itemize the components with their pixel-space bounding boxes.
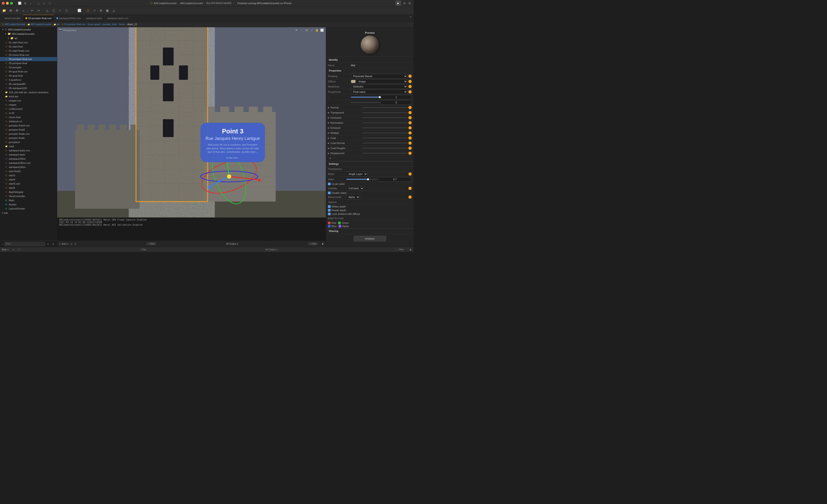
- select-icon[interactable]: ⤢: [92, 8, 97, 13]
- sidebar-item-info[interactable]: ℹ Info: [0, 211, 57, 215]
- value-slider-track[interactable]: [346, 179, 378, 180]
- alpha-checkbox[interactable]: ✓: [339, 225, 341, 228]
- lock-ambient-checkbox[interactable]: ✓: [328, 212, 331, 215]
- sidebar-item-saintpaul-lasto-con[interactable]: ⬡ saintpaul-lasto-con: [0, 148, 57, 153]
- diffuse-color-preview[interactable]: [351, 80, 355, 83]
- share-icon[interactable]: ⬡: [51, 8, 56, 13]
- sidebar-item-ci-08convert[interactable]: ⬡ ci-08convert: [0, 107, 57, 111]
- visibility-value[interactable]: Cull back: [346, 186, 408, 191]
- diffuse-value[interactable]: Image: [351, 79, 411, 84]
- value-input[interactable]: [379, 177, 412, 182]
- layout-icon[interactable]: ⊞: [23, 1, 27, 5]
- sidebar-item-05-saintpaul80[interactable]: ⬡ 05-saintpaul80: [0, 82, 57, 86]
- roughness-slider[interactable]: [351, 95, 411, 99]
- coat-row[interactable]: ▶ Coat: [326, 136, 414, 141]
- minimize-button[interactable]: [6, 2, 9, 5]
- inspector-icon[interactable]: ⚙: [14, 8, 20, 13]
- occlusion-row[interactable]: ▶ Occlusion: [326, 115, 414, 120]
- filter-input[interactable]: [4, 242, 45, 246]
- illumination-row[interactable]: ▶ Illumination: [326, 120, 414, 125]
- sidebar-item-pompier-final3[interactable]: ⬡ pompier-final3: [0, 128, 57, 132]
- roughness-zero-track[interactable]: [351, 102, 380, 103]
- list-view-icon[interactable]: ≡: [51, 242, 55, 246]
- sidebar-item-appdelegate[interactable]: S AppDelegate: [0, 190, 57, 194]
- coat-rough-row[interactable]: ▶ Coat Roughn: [326, 146, 414, 151]
- triangle-icon[interactable]: △: [111, 8, 116, 13]
- warning-icon[interactable]: ◇: [42, 1, 46, 5]
- diffuse-select[interactable]: Image: [356, 79, 407, 84]
- fullscreen-button[interactable]: [10, 2, 13, 5]
- emission-row[interactable]: ▶ Emission: [326, 125, 414, 131]
- sidebar-item-saintpaul100xx-con[interactable]: ⬡ saintpaul100xx-con: [0, 161, 57, 165]
- tab-viewcontroller[interactable]: ViewController: [2, 15, 23, 21]
- tab-add-icon[interactable]: +: [408, 15, 412, 19]
- metalness-value[interactable]: Dielectric: [351, 84, 411, 89]
- sidebar-art-folder[interactable]: ▼ 📁 art: [0, 36, 57, 40]
- breakpoint-vp-btn[interactable]: ⬡: [74, 243, 77, 245]
- bc-2[interactable]: ARCodableScenekit: [31, 23, 51, 26]
- tab-saintpaul-lasto-con[interactable]: saintpaul-lasto-con: [105, 15, 131, 21]
- search-toolbar-icon[interactable]: ⌕: [21, 8, 26, 13]
- split-icon[interactable]: ⬜: [320, 28, 324, 32]
- reads-depth-checkbox[interactable]: ✓: [328, 209, 331, 212]
- table-icon[interactable]: ▦: [104, 8, 110, 13]
- writes-depth-checkbox[interactable]: ✓: [328, 205, 331, 208]
- sidebar-item-pompier-finalx[interactable]: ⬡ pompier-finalx: [0, 136, 57, 140]
- sidebar-item-chapel-con[interactable]: ⬡ chapel-con: [0, 99, 57, 103]
- search-icon[interactable]: ⌕: [29, 1, 33, 5]
- sidebar-item-clovis-final[interactable]: ⬡ clovis-final: [0, 115, 57, 119]
- sidebar-arcodable-group[interactable]: ▼ 📁 ARCodableScenekit: [0, 32, 57, 36]
- blend-value[interactable]: Alpha: [346, 195, 408, 199]
- metalness-select[interactable]: Dielectric: [351, 84, 407, 89]
- sidebar-item-start4[interactable]: ⬡ start4: [0, 178, 57, 182]
- viewport-mode-btn[interactable]: ⬡ Auto ▾: [59, 243, 68, 245]
- warning-toolbar-icon[interactable]: △: [44, 8, 50, 13]
- value-field[interactable]: [346, 177, 411, 182]
- test-icon[interactable]: ⬡: [48, 1, 52, 5]
- bc-4[interactable]: 03-pompier-final-con: [64, 23, 85, 26]
- roughness-zero-input[interactable]: [381, 100, 412, 105]
- sidebar-item-saintpaul-lasto[interactable]: ⬡ saintpaul-lasto: [0, 153, 57, 157]
- bc-6[interactable]: pompier_final: [103, 23, 116, 26]
- close-button[interactable]: [2, 2, 5, 5]
- roughness-select-value[interactable]: Float value: [351, 90, 411, 94]
- sidebar-item-03-pompier-final-con[interactable]: ⬡ 03-pompier-final-con: [0, 57, 57, 61]
- sidebar-item-launchscreen[interactable]: ⊟ LaunchScreen: [0, 207, 57, 211]
- square-icon[interactable]: ⬜: [77, 8, 82, 13]
- add-property-btn[interactable]: +: [328, 156, 333, 161]
- normal-row[interactable]: ▶ Normal: [326, 105, 414, 110]
- viewport[interactable]: Point 3 Rue Jacques Henry Lartigue Racco…: [57, 27, 326, 247]
- sidebar-item-saintpaul100xx[interactable]: ⬡ saintpaul100xx: [0, 157, 57, 161]
- tab-saintpaul100xx-con[interactable]: saintpaul100xx-con: [54, 15, 84, 21]
- sidebar-item-01-start-final-con[interactable]: ⬡ 01-start-final-con: [0, 40, 57, 45]
- tab-03-pompier-final-con[interactable]: 03-pompier-final-con: [23, 15, 54, 21]
- sidebar-item-ci-09[interactable]: ⬡ ci-09: [0, 111, 57, 115]
- visibility-select[interactable]: Cull back: [346, 186, 364, 191]
- add-item-icon[interactable]: +: [46, 242, 50, 246]
- expand-icon[interactable]: ⤢: [310, 28, 314, 32]
- dot-toolbar-icon[interactable]: ·: [70, 8, 76, 13]
- lock-icon[interactable]: 🔒: [315, 28, 319, 32]
- sidebar-item-start3[interactable]: ⬡ start3: [0, 173, 57, 178]
- issue-icon[interactable]: △: [37, 1, 41, 5]
- sidebar-item-02-clovis[interactable]: ⬡ 02-clovis-final-con: [0, 53, 57, 57]
- double-sided-checkbox[interactable]: ✓: [328, 192, 331, 194]
- bc-3[interactable]: art: [57, 23, 59, 26]
- shading-select[interactable]: Physically Based: [351, 74, 407, 79]
- sidebar-item-start5[interactable]: ⬡ start5: [0, 186, 57, 190]
- sidebar-item-01-start-final[interactable]: ⬡ 01-start-final: [0, 45, 57, 49]
- lit-per-pixel-checkbox[interactable]: ✓: [328, 183, 331, 185]
- output-select[interactable]: All Output ▾: [226, 243, 238, 245]
- mode-select[interactable]: Single Layer: [346, 172, 368, 176]
- sidebar-item-infokiosk-v2[interactable]: ⬡ infokiosk-v2: [0, 119, 57, 123]
- blend-select[interactable]: Alpha: [346, 195, 360, 199]
- multiply-row[interactable]: ▶ Multiply: [326, 131, 414, 136]
- shading-value[interactable]: Physically Based: [351, 74, 411, 79]
- sidebar-item-04-quai-final[interactable]: ⬡ 04-quai-final: [0, 73, 57, 78]
- mode-value[interactable]: Single Layer: [346, 172, 408, 176]
- sidebar-item-pompitest[interactable]: ⬡ pompitest: [0, 140, 57, 144]
- run-button[interactable]: ▶: [395, 0, 401, 6]
- status-output-area[interactable]: All Output ▾: [265, 248, 278, 251]
- scenekit-icon[interactable]: ⬡: [85, 8, 91, 13]
- bookmark-icon[interactable]: ☆: [57, 8, 63, 13]
